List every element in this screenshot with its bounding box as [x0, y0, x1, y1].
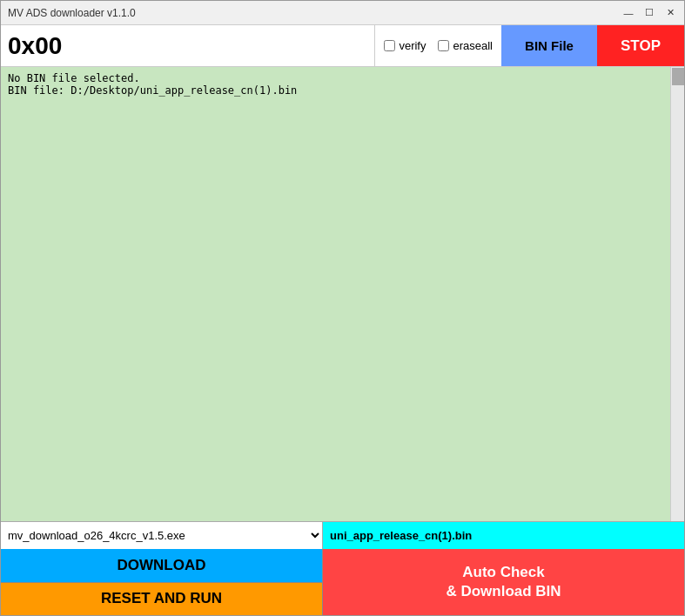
stop-button[interactable]: STOP: [597, 25, 684, 66]
hex-value-display: 0x00: [1, 25, 375, 66]
verify-checkbox-label[interactable]: verify: [384, 39, 426, 52]
log-area: No BIN file selected. BIN file: D:/Deskt…: [1, 67, 684, 521]
log-line-2: BIN file: D:/Desktop/uni_app_release_cn(…: [8, 84, 677, 97]
log-line-1: No BIN file selected.: [8, 72, 677, 84]
auto-check-button[interactable]: Auto Check & Download BIN: [323, 549, 684, 615]
window-controls: — ☐ ✕: [621, 6, 677, 20]
close-button[interactable]: ✕: [663, 6, 677, 20]
bin-file-display: uni_app_release_cn(1).bin: [323, 522, 684, 549]
maximize-button[interactable]: ☐: [642, 6, 656, 20]
verify-label: verify: [399, 39, 426, 52]
download-button[interactable]: DOWNLOAD: [1, 549, 323, 582]
toolbar: 0x00 verify eraseall BIN File STOP: [1, 25, 684, 67]
file-selector-row: mv_download_o26_4kcrc_v1.5.exe uni_app_r…: [1, 521, 684, 549]
auto-check-line2: & Download BIN: [446, 583, 561, 599]
scrollbar-track[interactable]: [670, 67, 684, 521]
checkbox-group: verify eraseall: [375, 25, 501, 66]
bottom-bar: mv_download_o26_4kcrc_v1.5.exe uni_app_r…: [1, 521, 684, 615]
titlebar: MV ADS downloader v1.1.0 — ☐ ✕: [1, 1, 684, 25]
auto-check-line1: Auto Check: [462, 564, 544, 580]
eraseall-checkbox-label[interactable]: eraseall: [438, 39, 493, 52]
reset-run-button[interactable]: RESET AND RUN: [1, 582, 323, 616]
eraseall-checkbox[interactable]: [438, 40, 449, 51]
action-buttons-row: DOWNLOAD RESET AND RUN Auto Check & Down…: [1, 549, 684, 615]
exe-dropdown[interactable]: mv_download_o26_4kcrc_v1.5.exe: [1, 522, 323, 549]
bin-file-button[interactable]: BIN File: [501, 25, 597, 66]
main-window: MV ADS downloader v1.1.0 — ☐ ✕ 0x00 veri…: [0, 0, 685, 616]
verify-checkbox[interactable]: [384, 40, 395, 51]
minimize-button[interactable]: —: [621, 6, 635, 20]
scrollbar-thumb[interactable]: [672, 68, 684, 85]
left-actions: DOWNLOAD RESET AND RUN: [1, 549, 323, 615]
window-title: MV ADS downloader v1.1.0: [8, 7, 136, 19]
eraseall-label: eraseall: [453, 39, 493, 52]
